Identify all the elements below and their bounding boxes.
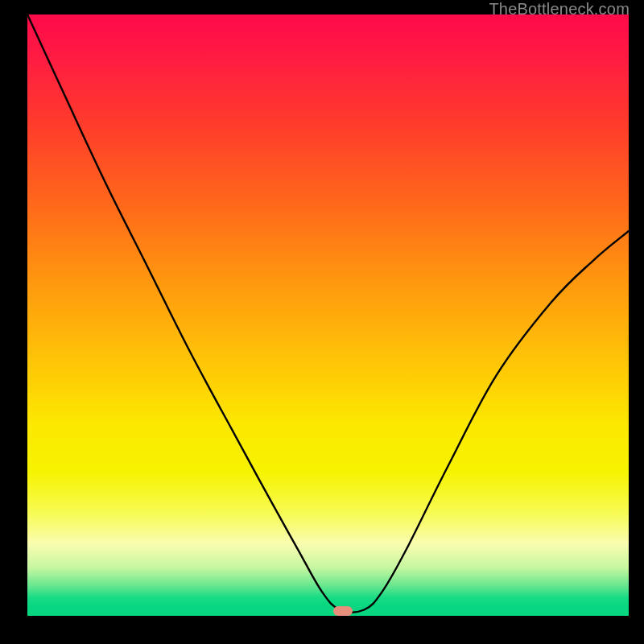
chart-frame: TheBottleneck.com [0,0,644,644]
optimum-marker [333,606,353,616]
watermark-text: TheBottleneck.com [489,0,630,19]
plot-area [27,14,629,616]
bottleneck-curve [27,14,629,616]
